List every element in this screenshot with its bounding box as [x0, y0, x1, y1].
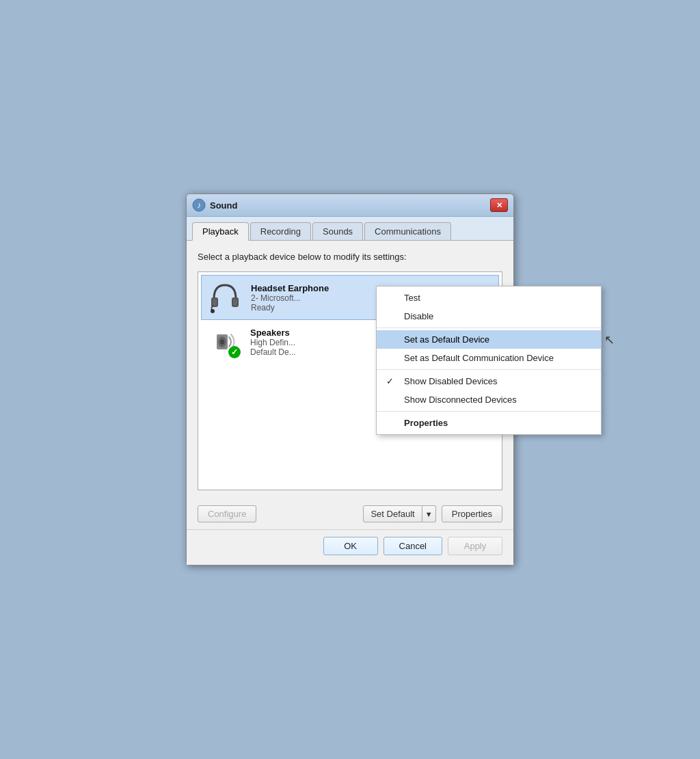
dialog-body: Playback Recording Sounds Communications…	[187, 217, 513, 565]
svg-rect-5	[213, 299, 217, 306]
bottom-buttons: Configure Set Default ▼ Properties	[187, 498, 513, 529]
set-default-group: Set Default ▼	[363, 505, 435, 522]
ok-button[interactable]: OK	[323, 537, 378, 555]
set-default-button[interactable]: Set Default	[363, 505, 422, 522]
tab-recording[interactable]: Recording	[250, 222, 311, 240]
svg-point-9	[220, 339, 224, 345]
tab-communications[interactable]: Communications	[364, 222, 451, 240]
ctx-set-default-comm[interactable]: Set as Default Communication Device	[377, 349, 601, 367]
svg-point-4	[211, 309, 215, 313]
properties-button[interactable]: Properties	[442, 505, 502, 522]
svg-rect-6	[233, 299, 237, 306]
tab-bar: Playback Recording Sounds Communications	[187, 217, 513, 241]
tab-content: Select a playback device below to modify…	[187, 241, 513, 498]
ctx-show-disconnected[interactable]: Show Disconnected Devices	[377, 390, 601, 409]
ctx-separator-2	[377, 369, 601, 370]
set-default-dropdown[interactable]: ▼	[422, 505, 436, 522]
svg-text:♪: ♪	[197, 200, 201, 210]
sound-icon: ♪	[192, 198, 206, 212]
title-bar-left: ♪ Sound	[192, 198, 237, 212]
right-buttons: Set Default ▼ Properties	[363, 505, 502, 522]
sound-dialog: ♪ Sound ✕ Playback Recording Sounds Comm…	[186, 194, 514, 565]
dialog-footer: OK Cancel Apply	[187, 529, 513, 565]
ctx-separator-1	[377, 328, 601, 328]
ctx-test[interactable]: Test	[377, 289, 601, 307]
apply-button[interactable]: Apply	[448, 537, 502, 555]
tab-playback[interactable]: Playback	[192, 222, 249, 241]
device-list[interactable]: Headset Earphone 2- Microsoft... Ready	[198, 271, 502, 490]
ctx-show-disabled[interactable]: Show Disabled Devices	[377, 372, 601, 390]
ctx-properties[interactable]: Properties	[377, 414, 601, 432]
context-menu: Test Disable Set as Default Device ↖ Set…	[376, 286, 602, 435]
default-badge: ✓	[228, 346, 241, 358]
ctx-separator-3	[377, 411, 601, 412]
cancel-button[interactable]: Cancel	[383, 537, 442, 555]
close-button[interactable]: ✕	[490, 198, 508, 212]
window-title: Sound	[210, 200, 237, 211]
ctx-set-default[interactable]: Set as Default Device ↖	[377, 330, 601, 349]
ctx-disable[interactable]: Disable	[377, 307, 601, 325]
instruction-text: Select a playback device below to modify…	[198, 252, 502, 262]
configure-button[interactable]: Configure	[198, 505, 256, 522]
speaker-icon: ✓	[206, 324, 242, 360]
headset-icon	[207, 280, 243, 315]
title-bar: ♪ Sound ✕	[187, 194, 513, 217]
tab-sounds[interactable]: Sounds	[312, 222, 363, 240]
cursor-arrow: ↖	[604, 332, 615, 347]
